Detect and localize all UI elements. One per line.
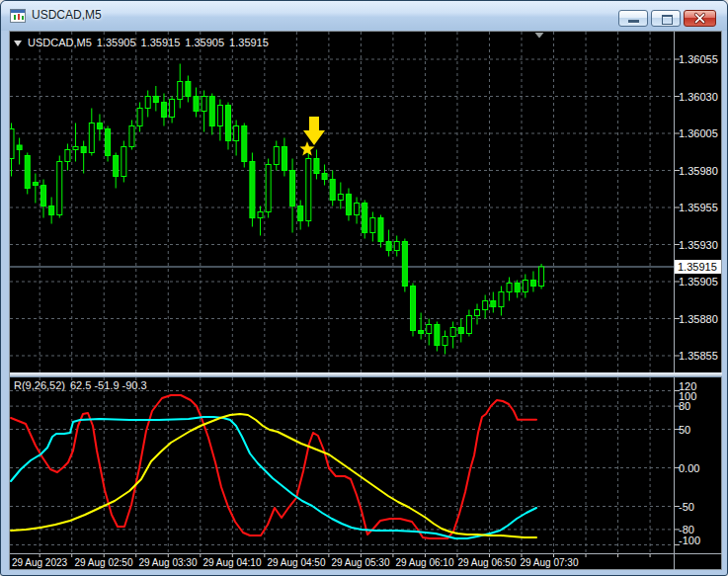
time-axis-label: 29 Aug 05:30 — [332, 556, 390, 569]
chart-area[interactable] — [9, 31, 722, 570]
header-low: 1.35905 — [185, 37, 224, 48]
chart-window-icon — [10, 8, 26, 24]
time-axis-label: 29 Aug 04:10 — [203, 556, 262, 569]
indicator-axis-label: 80 — [679, 399, 690, 413]
close-icon — [685, 11, 715, 26]
indicator-axis-label: 0.00 — [679, 461, 699, 475]
subwindow-resize-separator[interactable] — [10, 372, 722, 377]
time-axis-label: 29 Aug 06:10 — [396, 556, 454, 569]
time-axis-label: 29 Aug 06:50 — [458, 556, 517, 569]
price-axis-label: 1.35880 — [679, 312, 718, 326]
time-axis-label: 29 Aug 2023 — [12, 556, 67, 569]
price-axis-label: 1.36030 — [679, 90, 718, 104]
header-open: 1.35905 — [97, 37, 136, 48]
bid-price-tag: 1.35915 — [675, 260, 721, 274]
indicator-axis-label: 50 — [679, 423, 690, 437]
time-axis-label: 29 Aug 02:50 — [75, 556, 133, 569]
price-axis-label: 1.35905 — [679, 275, 718, 288]
header-high: 1.35915 — [141, 37, 181, 48]
indicator-axis-label: -50 — [679, 500, 694, 514]
indicator-name: R(9,26,52) — [14, 379, 65, 391]
chart-window: USDCAD,M5 USDCAD,M51.359051.359151.35905… — [0, 0, 728, 576]
price-axis-label: 1.35855 — [679, 349, 718, 363]
header-close: 1.35915 — [229, 37, 269, 48]
ohlc-header: USDCAD,M51.359051.359151.359051.35915 — [14, 37, 274, 48]
indicator-axis-label: -100 — [679, 534, 700, 547]
minimize-icon — [628, 20, 639, 23]
time-axis-separator — [10, 553, 722, 554]
close-button[interactable] — [684, 10, 716, 27]
price-axis-label: 1.36055 — [679, 52, 718, 66]
price-axis-label: 1.35930 — [679, 238, 718, 252]
time-axis-label: 29 Aug 04:50 — [268, 556, 326, 569]
time-axis-label: 29 Aug 07:30 — [521, 556, 579, 569]
collapse-triangle-icon — [14, 41, 22, 46]
price-axis-label: 1.35955 — [679, 201, 718, 214]
title-bar[interactable]: USDCAD,M5 — [1, 1, 727, 31]
price-axis-separator — [674, 32, 675, 570]
restore-button[interactable] — [651, 10, 681, 27]
indicator-header: R(9,26,52)62.5 -51.9 -90.3 — [14, 379, 152, 391]
header-symbol: USDCAD,M5 — [28, 37, 92, 48]
minimize-button[interactable] — [618, 10, 648, 27]
restore-icon — [662, 15, 673, 25]
time-axis-label: 29 Aug 03:30 — [139, 556, 198, 569]
window-title: USDCAD,M5 — [32, 8, 102, 22]
indicator-values: 62.5 -51.9 -90.3 — [70, 379, 147, 391]
price-axis-label: 1.35980 — [679, 164, 718, 178]
price-axis-label: 1.36005 — [679, 126, 718, 140]
